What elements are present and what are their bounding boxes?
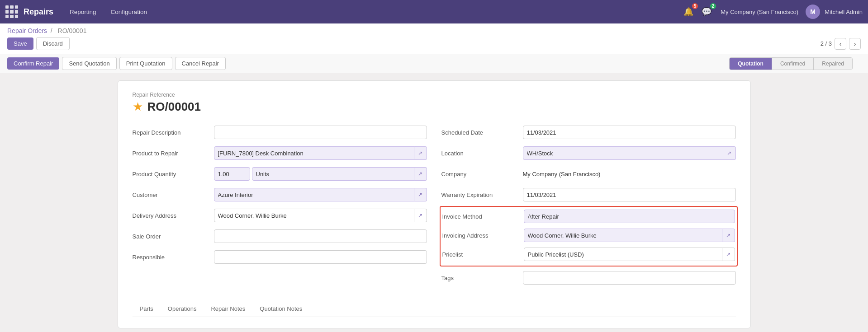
- invoicing-address-input-wrap: Wood Corner, Willie Burke ↗: [524, 229, 735, 242]
- cancel-repair-button[interactable]: Cancel Repair: [175, 57, 226, 70]
- avatar[interactable]: M: [806, 5, 820, 19]
- form-grid: Repair Description Product to Repair [FU…: [133, 125, 736, 291]
- customer-input-wrap: Azure Interior ↗: [214, 188, 427, 201]
- tags-label: Tags: [441, 275, 523, 281]
- scheduled-date-input[interactable]: [523, 126, 736, 139]
- status-bar: Confirm Repair Send Quotation Print Quot…: [0, 54, 868, 73]
- next-page-button[interactable]: ›: [849, 38, 861, 50]
- nav-reporting[interactable]: Reporting: [64, 6, 102, 18]
- invoicing-address-label: Invoicing Address: [442, 232, 524, 239]
- discard-button[interactable]: Discard: [36, 37, 70, 50]
- warranty-expiration-row: Warranty Expiration: [441, 187, 736, 202]
- notification-badge: 5: [692, 3, 698, 9]
- invoicing-address-ext-link[interactable]: ↗: [722, 229, 735, 242]
- product-to-repair-ext-link[interactable]: ↗: [414, 146, 427, 160]
- product-quantity-inputs: Units ↗: [214, 167, 427, 181]
- tab-repair-notes[interactable]: Repair Notes: [204, 302, 252, 317]
- company-value: My Company (San Francisco): [523, 168, 736, 180]
- sale-order-label: Sale Order: [133, 233, 214, 240]
- status-step-confirmed[interactable]: Confirmed: [772, 58, 814, 70]
- repair-description-input[interactable]: [214, 126, 427, 139]
- repair-ref-heading: ★ RO/00001: [133, 100, 736, 114]
- location-row: Location WH/Stock ↗: [441, 145, 736, 161]
- pagination-text: 2 / 3: [821, 40, 832, 47]
- units-select[interactable]: Units: [252, 167, 414, 181]
- app-name[interactable]: Repairs: [24, 7, 53, 17]
- location-label: Location: [441, 150, 523, 157]
- top-navigation: Repairs Reporting Configuration 🔔 5 💬 2 …: [0, 0, 868, 23]
- units-select-wrap: Units ↗: [252, 167, 427, 181]
- delivery-address-row: Delivery Address Wood Corner, Willie Bur…: [133, 208, 427, 223]
- tags-row: Tags: [441, 270, 736, 285]
- location-select[interactable]: WH/Stock: [523, 146, 723, 160]
- units-ext-link[interactable]: ↗: [414, 167, 427, 181]
- tab-operations[interactable]: Operations: [161, 302, 204, 317]
- responsible-row: Responsible: [133, 249, 427, 265]
- status-steps: Quotation Confirmed Repaired: [729, 57, 853, 70]
- company-name: My Company (San Francisco): [721, 9, 798, 15]
- invoice-method-select[interactable]: After Repair: [524, 210, 735, 223]
- pricelist-select[interactable]: Public Pricelist (USD): [524, 248, 722, 261]
- warranty-expiration-input[interactable]: [523, 188, 736, 201]
- product-to-repair-select[interactable]: [FURN_7800] Desk Combination: [214, 146, 414, 160]
- breadcrumb-separator: /: [51, 27, 52, 34]
- highlighted-invoice-section: Invoice Method After Repair Invoicing Ad…: [440, 206, 738, 267]
- status-step-repaired[interactable]: Repaired: [814, 58, 852, 70]
- customer-select[interactable]: Azure Interior: [214, 188, 414, 201]
- repair-ref-label: Repair Reference: [133, 92, 736, 98]
- form-right-column: Scheduled Date Location WH/Stock ↗ Comp: [441, 125, 736, 291]
- pricelist-input-wrap: Public Pricelist (USD) ↗: [524, 248, 735, 261]
- confirm-repair-button[interactable]: Confirm Repair: [7, 57, 59, 70]
- repair-description-row: Repair Description: [133, 125, 427, 140]
- user-name: Mitchell Admin: [825, 9, 863, 15]
- delivery-address-label: Delivery Address: [133, 212, 214, 219]
- customer-label: Customer: [133, 192, 214, 198]
- breadcrumb-area: Repair Orders / RO/00001 Save Discard 2 …: [0, 23, 868, 54]
- sale-order-select[interactable]: [214, 229, 427, 243]
- nav-configuration[interactable]: Configuration: [105, 6, 152, 18]
- notification-bell-icon[interactable]: 🔔 5: [682, 5, 695, 19]
- location-input-wrap: WH/Stock ↗: [523, 146, 736, 160]
- tags-select[interactable]: [523, 271, 736, 285]
- send-quotation-button[interactable]: Send Quotation: [62, 57, 116, 70]
- scheduled-date-label: Scheduled Date: [441, 129, 523, 136]
- message-badge: 2: [710, 3, 716, 9]
- responsible-label: Responsible: [133, 254, 214, 261]
- print-quotation-button[interactable]: Print Quotation: [119, 57, 172, 70]
- product-quantity-row: Product Quantity Units ↗: [133, 166, 427, 182]
- tab-parts[interactable]: Parts: [133, 302, 161, 317]
- customer-ext-link[interactable]: ↗: [414, 188, 427, 201]
- delivery-address-input-wrap: Wood Corner, Willie Burke ↗: [214, 209, 427, 222]
- location-ext-link[interactable]: ↗: [723, 146, 736, 160]
- warranty-expiration-label: Warranty Expiration: [441, 192, 523, 198]
- breadcrumb-parent[interactable]: Repair Orders: [7, 27, 47, 34]
- prev-page-button[interactable]: ‹: [835, 38, 846, 50]
- scheduled-date-row: Scheduled Date: [441, 125, 736, 140]
- status-step-quotation[interactable]: Quotation: [730, 58, 772, 70]
- delivery-address-select[interactable]: Wood Corner, Willie Burke: [214, 209, 414, 222]
- tab-quotation-notes[interactable]: Quotation Notes: [252, 302, 309, 317]
- delivery-address-ext-link[interactable]: ↗: [414, 209, 427, 222]
- sale-order-row: Sale Order: [133, 229, 427, 244]
- app-grid-icon[interactable]: [5, 5, 18, 18]
- repair-description-label: Repair Description: [133, 129, 214, 136]
- form-card: Repair Reference ★ RO/00001 Repair Descr…: [118, 80, 751, 328]
- customer-row: Customer Azure Interior ↗: [133, 187, 427, 202]
- breadcrumb: Repair Orders / RO/00001: [7, 27, 861, 34]
- invoicing-address-select[interactable]: Wood Corner, Willie Burke: [524, 229, 722, 242]
- save-button[interactable]: Save: [7, 37, 33, 50]
- pricelist-ext-link[interactable]: ↗: [722, 248, 735, 261]
- invoicing-address-row: Invoicing Address Wood Corner, Willie Bu…: [442, 228, 735, 243]
- favorite-star-icon[interactable]: ★: [133, 100, 143, 114]
- company-label: Company: [441, 171, 523, 178]
- invoice-method-label: Invoice Method: [442, 213, 524, 220]
- responsible-select[interactable]: [214, 250, 427, 264]
- invoice-method-row: Invoice Method After Repair: [442, 209, 735, 224]
- chat-icon[interactable]: 💬 2: [700, 5, 713, 19]
- pricelist-label: Pricelist: [442, 251, 524, 258]
- product-to-repair-input-wrap: [FURN_7800] Desk Combination ↗: [214, 146, 427, 160]
- product-to-repair-row: Product to Repair [FURN_7800] Desk Combi…: [133, 145, 427, 161]
- product-quantity-input[interactable]: [214, 167, 250, 181]
- form-left-column: Repair Description Product to Repair [FU…: [133, 125, 427, 291]
- breadcrumb-current: RO/00001: [58, 27, 87, 34]
